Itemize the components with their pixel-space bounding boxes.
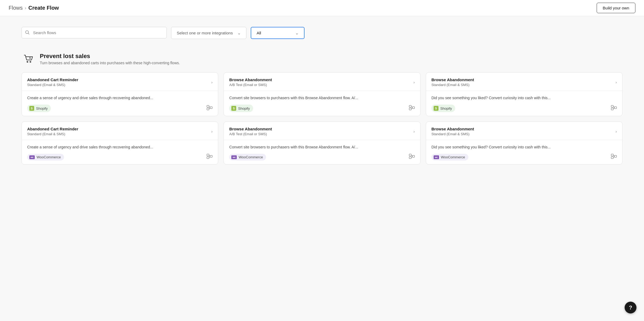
flow-card-row1-col1[interactable]: Abandoned Cart Reminder Standard (Email … [22, 72, 218, 116]
svg-point-2 [27, 61, 28, 62]
card-header: Browse Abandonment A/B Test (Email or SM… [224, 73, 420, 91]
card-title-group: Abandoned Cart Reminder Standard (Email … [27, 77, 78, 87]
svg-rect-30 [611, 154, 613, 156]
svg-rect-26 [409, 157, 411, 159]
shopify-icon: S [231, 106, 236, 111]
card-description: Convert site browsers to purchasers with… [229, 95, 415, 101]
platform-badge: S Shopify [27, 105, 51, 112]
search-wrapper [22, 27, 167, 39]
section-title-group: Prevent lost sales Turn browses and aban… [40, 53, 180, 65]
svg-rect-15 [611, 105, 613, 107]
card-title-group: Browse Abandonment A/B Test (Email or SM… [229, 127, 272, 136]
card-title: Abandoned Cart Reminder [27, 127, 78, 131]
platform-label: WooCommerce [239, 155, 263, 159]
card-title: Abandoned Cart Reminder [27, 77, 78, 82]
flow-card-row1-col2[interactable]: Browse Abandonment A/B Test (Email or SM… [224, 72, 420, 116]
integrations-dropdown[interactable]: Select one or more integrations ⌄ [171, 27, 246, 39]
card-body: Did you see something you liked? Convert… [426, 91, 622, 116]
card-description: Did you see something you liked? Convert… [431, 95, 617, 101]
card-actions-icon[interactable] [207, 154, 213, 160]
card-header: Browse Abandonment Standard (Email & SMS… [426, 73, 622, 91]
svg-rect-16 [611, 108, 613, 110]
svg-rect-11 [409, 108, 411, 110]
flow-card-row1-col3[interactable]: Browse Abandonment Standard (Email & SMS… [426, 72, 622, 116]
svg-rect-6 [207, 108, 209, 110]
woocommerce-icon: wc [29, 155, 35, 159]
flow-card-row2-col2[interactable]: Browse Abandonment A/B Test (Email or SM… [224, 122, 420, 165]
svg-line-1 [28, 33, 29, 34]
card-actions-icon[interactable] [611, 154, 617, 160]
card-body: Create a sense of urgency and drive sale… [22, 140, 218, 164]
flow-card-row2-col3[interactable]: Browse Abandonment Standard (Email & SMS… [426, 122, 622, 165]
filters-row: Select one or more integrations ⌄ All ⌄ [22, 27, 622, 39]
search-input[interactable] [22, 27, 167, 38]
card-subtitle: Standard (Email & SMS) [27, 83, 78, 87]
card-actions-icon[interactable] [409, 105, 415, 112]
svg-rect-21 [207, 157, 209, 159]
platform-label: Shopify [36, 106, 48, 110]
card-description: Convert site browsers to purchasers with… [229, 144, 415, 150]
card-chevron-right-icon: › [413, 80, 415, 84]
card-footer: S Shopify [27, 105, 213, 112]
all-dropdown[interactable]: All ⌄ [251, 27, 305, 39]
card-actions-icon[interactable] [409, 154, 415, 160]
breadcrumb-create-flow: Create Flow [29, 5, 59, 11]
card-actions-icon[interactable] [611, 105, 617, 112]
card-title: Browse Abandonment [229, 127, 272, 131]
shopify-icon: S [434, 106, 438, 111]
card-footer: wc WooCommerce [27, 154, 213, 160]
svg-rect-10 [409, 105, 411, 107]
card-body: Create a sense of urgency and drive sale… [22, 91, 218, 116]
svg-text:$: $ [29, 57, 31, 59]
svg-rect-25 [409, 154, 411, 156]
card-footer: wc WooCommerce [229, 154, 415, 160]
card-chevron-right-icon: › [615, 129, 617, 134]
card-title-group: Browse Abandonment A/B Test (Email or SM… [229, 77, 272, 87]
card-header: Browse Abandonment A/B Test (Email or SM… [224, 122, 420, 140]
card-subtitle: Standard (Email & SMS) [27, 132, 78, 136]
svg-rect-22 [210, 155, 212, 157]
platform-badge: wc WooCommerce [431, 154, 468, 160]
cards-grid: Abandoned Cart Reminder Standard (Email … [22, 72, 622, 165]
svg-rect-5 [207, 105, 209, 107]
card-header: Abandoned Cart Reminder Standard (Email … [22, 122, 218, 140]
platform-label: WooCommerce [441, 155, 465, 159]
platform-badge: wc WooCommerce [27, 154, 64, 160]
woocommerce-icon: wc [231, 155, 237, 159]
platform-label: WooCommerce [37, 155, 61, 159]
svg-rect-31 [611, 157, 613, 159]
card-description: Create a sense of urgency and drive sale… [27, 144, 213, 150]
svg-point-3 [30, 61, 31, 62]
card-footer: wc WooCommerce [431, 154, 617, 160]
card-body: Convert site browsers to purchasers with… [224, 91, 420, 116]
breadcrumb-flows-link[interactable]: Flows [9, 5, 23, 11]
platform-badge: wc WooCommerce [229, 154, 266, 160]
platform-label: Shopify [440, 106, 452, 110]
card-chevron-right-icon: › [211, 80, 213, 84]
all-chevron-down-icon: ⌄ [295, 31, 299, 35]
card-title: Browse Abandonment [229, 77, 272, 82]
all-label: All [257, 31, 293, 35]
flow-card-row2-col1[interactable]: Abandoned Cart Reminder Standard (Email … [22, 122, 218, 165]
svg-rect-20 [207, 154, 209, 156]
section-icon: $ [22, 52, 36, 66]
breadcrumb: Flows › Create Flow [9, 5, 59, 11]
card-chevron-right-icon: › [413, 129, 415, 134]
integrations-chevron-down-icon: ⌄ [238, 31, 241, 35]
card-title-group: Browse Abandonment Standard (Email & SMS… [431, 77, 474, 87]
card-footer: S Shopify [431, 105, 617, 112]
help-button[interactable]: ? [625, 302, 636, 313]
platform-badge: S Shopify [431, 105, 455, 112]
build-your-own-button[interactable]: Build your own [597, 3, 635, 13]
card-title-group: Abandoned Cart Reminder Standard (Email … [27, 127, 78, 136]
card-footer: S Shopify [229, 105, 415, 112]
card-body: Convert site browsers to purchasers with… [224, 140, 420, 164]
card-subtitle: Standard (Email & SMS) [431, 83, 474, 87]
card-title-group: Browse Abandonment Standard (Email & SMS… [431, 127, 474, 136]
card-header: Abandoned Cart Reminder Standard (Email … [22, 73, 218, 91]
card-body: Did you see something you liked? Convert… [426, 140, 622, 164]
card-actions-icon[interactable] [207, 105, 213, 112]
card-subtitle: A/B Test (Email or SMS) [229, 83, 272, 87]
woocommerce-icon: wc [434, 155, 439, 159]
card-subtitle: A/B Test (Email or SMS) [229, 132, 272, 136]
